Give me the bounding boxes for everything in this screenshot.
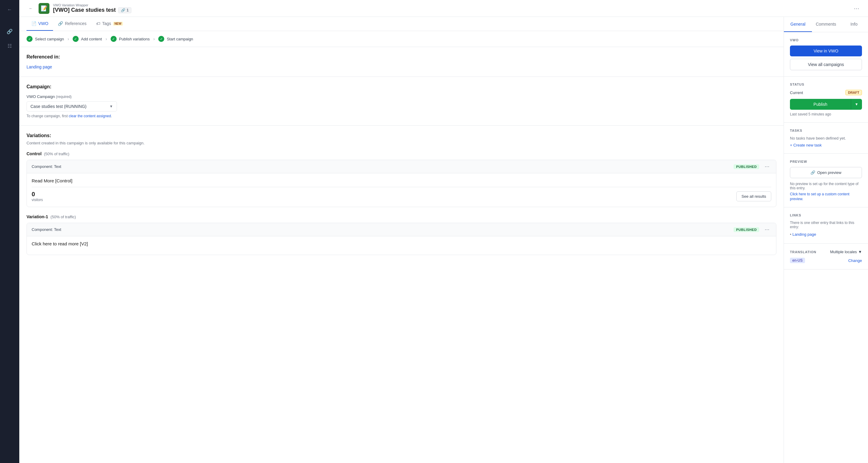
links-list: Landing page [790, 232, 862, 237]
variation1-card: Component: Text PUBLISHED ⋯ Click here t… [27, 223, 776, 255]
translation-select[interactable]: Multiple locales ▼ [830, 250, 862, 254]
control-more-button[interactable]: ⋯ [763, 163, 771, 170]
publish-dropdown-button[interactable]: ▼ [851, 99, 862, 110]
control-stats-row: 0 visitors See all results [32, 187, 771, 202]
right-tab-general[interactable]: General [784, 17, 812, 32]
variation1-card-body: Click here to read more [V2] [27, 236, 776, 255]
step-check-icon: ✓ [111, 36, 117, 42]
step-check-icon: ✓ [73, 36, 79, 42]
vwo-campaign-label: VWO Campaign (required) [27, 94, 776, 99]
variations-title: Variations: [27, 133, 776, 138]
step-publish-variations: ✓ Publish variations [111, 36, 150, 42]
tab-vwo[interactable]: 📄 VWO [27, 17, 53, 31]
control-card: Component: Text PUBLISHED ⋯ Read More [C… [27, 160, 776, 207]
variations-section: Variations: Content created in this camp… [19, 126, 784, 270]
campaign-section: Campaign: VWO Campaign (required) Case s… [19, 77, 784, 126]
sidebar-icon-collapse[interactable]: ← [4, 4, 16, 16]
tab-tags[interactable]: 🏷 Tags NEW [91, 17, 128, 31]
list-item: Landing page [790, 232, 862, 237]
control-header: Control (50% of traffic) [27, 151, 776, 156]
variation1-more-button[interactable]: ⋯ [763, 226, 771, 233]
preview-note: No preview is set up for the content typ… [790, 182, 862, 190]
control-card-actions: PUBLISHED ⋯ [734, 163, 771, 170]
landing-page-link[interactable]: Landing page [792, 232, 816, 237]
header-subtitle: VWO Variation Wrapper [53, 3, 849, 7]
step-check-icon: ✓ [158, 36, 164, 42]
left-sidebar: ← 🔗 ☷ [0, 0, 19, 463]
right-sidebar-tabs: General Comments Info [784, 17, 868, 32]
links-note: There is one other entry that links to t… [790, 221, 862, 229]
select-arrow-icon: ▼ [110, 104, 113, 109]
draft-badge: DRAFT [845, 90, 862, 95]
tasks-empty-message: No tasks have been defined yet. [790, 136, 862, 141]
status-section-label: STATUS [790, 83, 862, 86]
app-icon: 📝 [38, 3, 50, 14]
step-check-icon: ✓ [27, 36, 33, 42]
locale-row: en-US Change [790, 258, 862, 263]
see-all-results-button[interactable]: See all results [736, 191, 771, 202]
referenced-in-section: Referenced in: Landing page [19, 47, 784, 77]
app-header: ← 📝 VWO Variation Wrapper [VWO] Case stu… [19, 0, 868, 17]
campaign-title: Campaign: [27, 84, 776, 90]
tab-bar: 📄 VWO 🔗 References 🏷 Tags NEW [19, 17, 784, 31]
view-all-campaigns-button[interactable]: View all campaigns [790, 59, 862, 70]
tasks-section-label: TASKS [790, 129, 862, 132]
steps-bar: ✓ Select campaign › ✓ Add content › ✓ Pu… [19, 31, 784, 47]
sidebar-icon-link[interactable]: 🔗 [4, 25, 16, 37]
status-section: STATUS Current DRAFT Publish ▼ Last save… [784, 76, 868, 123]
control-stats: 0 visitors [32, 191, 43, 202]
create-task-button[interactable]: + Create new task [790, 143, 822, 147]
publish-btn-wrapper: Publish ▼ [790, 99, 862, 110]
vwo-section-label: VWO [790, 38, 862, 42]
step-arrow-2: › [105, 36, 107, 41]
publish-button[interactable]: Publish [790, 99, 851, 110]
links-section: LINKS There is one other entry that link… [784, 207, 868, 244]
referenced-in-title: Referenced in: [27, 54, 776, 60]
variation1-card-actions: PUBLISHED ⋯ [734, 226, 771, 233]
header-text: VWO Variation Wrapper [VWO] Case studies… [53, 3, 849, 13]
step-start-campaign: ✓ Start campaign [158, 36, 193, 42]
right-tab-info[interactable]: Info [840, 17, 868, 32]
header-title: [VWO] Case studies test 🔗 1 [53, 7, 849, 13]
preview-section-label: PREVIEW [790, 160, 862, 163]
sidebar-icon-grid[interactable]: ☷ [4, 40, 16, 52]
campaign-select[interactable]: Case studies test (RUNNING) ▼ [27, 101, 117, 112]
change-locale-link[interactable]: Change [848, 258, 862, 263]
link-badge: 🔗 1 [118, 7, 131, 13]
vwo-panel-section: VWO View in VWO View all campaigns [784, 32, 868, 76]
translation-section: TRANSLATION Multiple locales ▼ en-US Cha… [784, 244, 868, 270]
links-section-label: LINKS [790, 213, 862, 217]
variation1-group: Variation-1 (50% of traffic) Component: … [27, 214, 776, 255]
clear-content-link[interactable]: clear the content assigned [69, 114, 111, 118]
content-wrapper: 📄 VWO 🔗 References 🏷 Tags NEW [19, 17, 868, 463]
back-button[interactable]: ← [27, 4, 35, 13]
variation1-published-badge: PUBLISHED [734, 227, 759, 232]
right-sidebar: General Comments Info VWO View in VWO Vi… [784, 17, 868, 463]
editor-area: ✓ Select campaign › ✓ Add content › ✓ Pu… [19, 31, 784, 463]
translation-section-label: TRANSLATION [790, 250, 816, 254]
variations-desc: Content created in this campaign is only… [27, 141, 776, 145]
variation1-content-text: Click here to read more [V2] [32, 241, 771, 246]
right-tab-comments[interactable]: Comments [812, 17, 840, 32]
control-group: Control (50% of traffic) Component: Text… [27, 151, 776, 207]
variation1-card-header: Component: Text PUBLISHED ⋯ [27, 223, 776, 236]
preview-section: PREVIEW 🔗 Open preview No preview is set… [784, 154, 868, 207]
step-add-content: ✓ Add content [73, 36, 102, 42]
last-saved-text: Last saved 5 minutes ago [790, 112, 862, 116]
control-card-header: Component: Text PUBLISHED ⋯ [27, 160, 776, 173]
step-arrow-1: › [67, 36, 69, 41]
setup-preview-link[interactable]: Click here to set up a custom content pr… [790, 192, 849, 201]
control-card-body: Read More [Control] 0 visitors See all r… [27, 173, 776, 207]
control-content-text: Read More [Control] [32, 178, 771, 183]
translation-row: TRANSLATION Multiple locales ▼ [790, 250, 862, 254]
landing-page-link[interactable]: Landing page [27, 64, 52, 69]
more-options-button[interactable]: ⋯ [852, 4, 861, 13]
campaign-hint: To change campaign, first clear the cont… [27, 114, 776, 118]
view-in-vwo-button[interactable]: View in VWO [790, 45, 862, 56]
tab-references[interactable]: 🔗 References [53, 17, 91, 31]
tasks-section: TASKS No tasks have been defined yet. + … [784, 123, 868, 154]
published-badge: PUBLISHED [734, 164, 759, 169]
step-arrow-3: › [153, 36, 155, 41]
locale-badge: en-US [790, 258, 805, 263]
open-preview-button[interactable]: 🔗 Open preview [790, 167, 862, 178]
